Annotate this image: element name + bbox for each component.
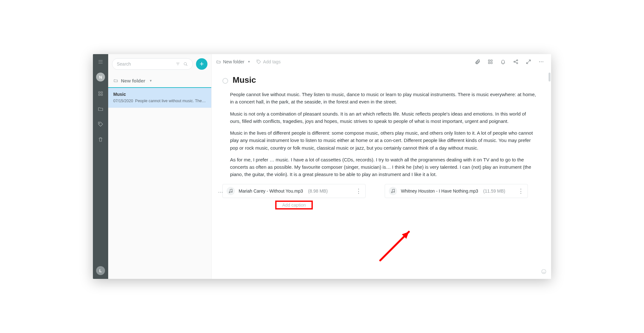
- chevron-down-icon: ▼: [248, 60, 250, 63]
- tag-icon[interactable]: [97, 121, 104, 127]
- emoji-picker-icon[interactable]: [541, 269, 547, 276]
- sidebar-folder-header[interactable]: New folder ▼: [108, 74, 211, 88]
- attachment-filesize: (8.98 MB): [308, 188, 327, 194]
- note-item-title: Music: [113, 92, 206, 97]
- main-area: New folder ▼ Add tags Music: [212, 54, 551, 279]
- editor-body: Music People cannot live without music. …: [212, 69, 551, 222]
- svg-point-26: [229, 192, 230, 193]
- search-icon[interactable]: [183, 61, 188, 67]
- todo-circle[interactable]: [222, 78, 228, 84]
- attachment-icon[interactable]: [475, 59, 480, 65]
- svg-line-22: [515, 62, 517, 63]
- add-caption-input[interactable]: Add caption: [275, 201, 313, 209]
- svg-point-33: [543, 271, 543, 272]
- add-tags-button[interactable]: Add tags: [256, 59, 281, 64]
- svg-line-21: [515, 60, 517, 61]
- hamburger-icon[interactable]: [97, 59, 104, 65]
- annotation-arrow: [377, 229, 418, 264]
- svg-point-24: [541, 61, 542, 62]
- app-switcher-icon[interactable]: [487, 59, 493, 65]
- svg-line-30: [380, 232, 409, 260]
- note-item-date: 07/15/2020: [113, 99, 133, 103]
- svg-rect-5: [99, 94, 100, 96]
- svg-point-25: [542, 61, 543, 62]
- apps-grid-icon[interactable]: [97, 90, 104, 97]
- avatar-top[interactable]: N: [96, 73, 105, 81]
- folder-icon[interactable]: [97, 106, 104, 112]
- paragraph[interactable]: Music in the lives of different people i…: [230, 129, 536, 152]
- expand-icon[interactable]: [526, 59, 531, 65]
- paragraph[interactable]: As for me, I prefer … music. I have a lo…: [230, 156, 536, 178]
- note-list-item[interactable]: Music 07/15/2020People cannot live witho…: [108, 88, 211, 108]
- editor-scroll[interactable]: Music People cannot live without music. …: [212, 69, 551, 279]
- attachment-filename: Whitney Houston - I Have Nothing.mp3: [401, 188, 478, 194]
- avatar-bottom[interactable]: L: [96, 266, 105, 275]
- svg-point-23: [539, 61, 540, 62]
- svg-marker-31: [402, 232, 409, 239]
- svg-point-27: [231, 191, 232, 192]
- attachment-card[interactable]: Whitney Houston - I Have Nothing.mp3 (11…: [385, 184, 528, 198]
- svg-rect-3: [99, 92, 100, 93]
- breadcrumb-label: New folder: [223, 59, 244, 64]
- share-icon[interactable]: [513, 59, 519, 65]
- left-rail: N L: [93, 54, 108, 279]
- svg-point-13: [257, 60, 258, 61]
- attachment-menu-icon[interactable]: ⋮: [356, 188, 361, 194]
- app-window: N L +: [93, 54, 551, 279]
- svg-rect-16: [488, 62, 490, 64]
- attachment-card[interactable]: Mariah Carey - Without You.mp3 (8.98 MB)…: [222, 184, 366, 198]
- add-tags-label: Add tags: [263, 59, 281, 64]
- svg-rect-6: [101, 94, 103, 96]
- svg-rect-14: [488, 60, 490, 61]
- attachment-filesize: (11.59 MB): [483, 188, 505, 194]
- svg-line-12: [186, 65, 187, 66]
- svg-point-29: [394, 191, 395, 192]
- svg-point-34: [544, 271, 545, 272]
- attachment-menu-icon[interactable]: ⋮: [518, 188, 524, 194]
- search-box[interactable]: [112, 58, 193, 70]
- sidebar-folder-label: New folder: [121, 78, 145, 83]
- chevron-down-icon: ▼: [149, 79, 152, 82]
- attachment-filename: Mariah Carey - Without You.mp3: [239, 188, 303, 194]
- music-note-icon: [227, 187, 235, 195]
- svg-rect-4: [101, 92, 103, 93]
- svg-rect-15: [491, 60, 493, 61]
- note-item-preview: People cannot live without music. They l…: [135, 99, 206, 103]
- bell-icon[interactable]: [500, 59, 506, 65]
- more-icon[interactable]: [538, 59, 544, 65]
- trash-icon[interactable]: [97, 136, 104, 143]
- svg-point-7: [99, 123, 100, 124]
- sidebar: + New folder ▼ Music 07/15/2020People ca…: [108, 54, 212, 279]
- svg-rect-17: [491, 62, 493, 64]
- search-input[interactable]: [117, 61, 173, 67]
- svg-point-32: [542, 269, 546, 274]
- svg-point-28: [391, 192, 392, 193]
- attachments-row: ⋯ Mariah Carey - Without You.mp3 (8.98 M…: [222, 184, 536, 209]
- music-note-icon: [389, 187, 397, 195]
- page-title[interactable]: Music: [233, 75, 256, 85]
- block-handle-icon[interactable]: ⋯: [218, 189, 223, 195]
- add-caption-placeholder: Add caption: [282, 202, 306, 208]
- paragraph[interactable]: People cannot live without music. They l…: [230, 91, 536, 106]
- sidebar-toolbar: +: [108, 54, 211, 74]
- main-toolbar: New folder ▼ Add tags: [212, 54, 551, 69]
- breadcrumb[interactable]: New folder ▼: [216, 59, 250, 64]
- filter-icon[interactable]: [175, 61, 180, 67]
- new-note-button[interactable]: +: [196, 58, 207, 70]
- paragraph[interactable]: Music is not only a combination of pleas…: [230, 110, 536, 125]
- note-item-meta: 07/15/2020People cannot live without mus…: [113, 99, 206, 103]
